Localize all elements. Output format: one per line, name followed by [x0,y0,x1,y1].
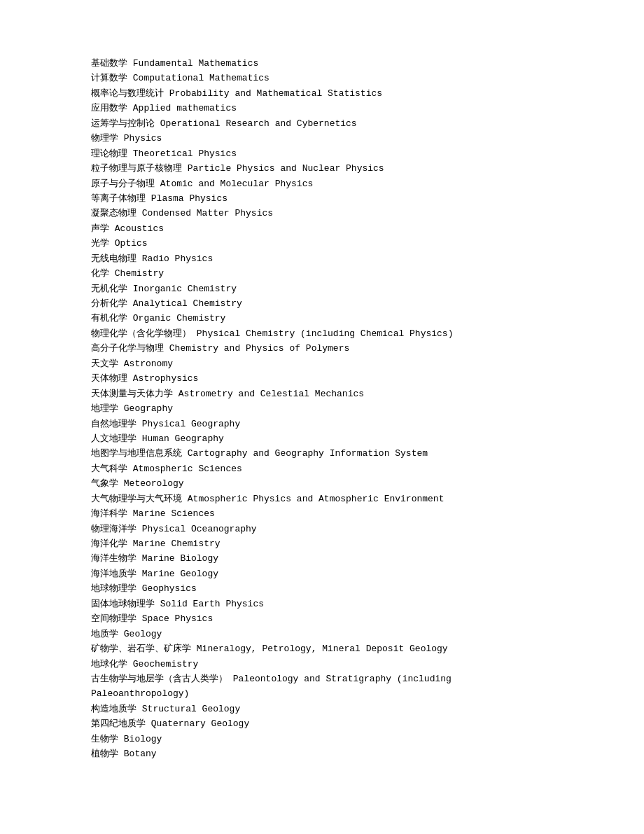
list-item: 气象学 Meteorology [91,476,553,491]
list-item: 海洋科学 Marine Sciences [91,506,553,521]
list-item: 构造地质学 Structural Geology [91,702,553,716]
list-item: 天体测量与天体力学 Astrometry and Celestial Mecha… [91,387,553,401]
list-item: 无线电物理 Radio Physics [91,251,553,266]
list-item: 物理化学（含化学物理） Physical Chemistry (includin… [91,326,553,341]
list-item: 海洋生物学 Marine Biology [91,551,553,566]
list-item: 矿物学、岩石学、矿床学 Mineralogy, Petrology, Miner… [91,641,553,656]
list-item: 大气科学 Atmospheric Sciences [91,461,553,476]
list-item: 地图学与地理信息系统 Cartography and Geography Inf… [91,446,553,461]
list-item: 有机化学 Organic Chemistry [91,311,553,326]
list-item: 物理海洋学 Physical Oceanography [91,522,553,536]
list-item: 声学 Acoustics [91,221,553,236]
list-item: 天文学 Astronomy [91,356,553,371]
list-item: 高分子化学与物理 Chemistry and Physics of Polyme… [91,341,553,356]
list-item: 人文地理学 Human Geography [91,431,553,446]
list-item: 运筹学与控制论 Operational Research and Cyberne… [91,116,553,131]
list-item: 空间物理学 Space Physics [91,611,553,626]
content-area: 基础数学 Fundamental Mathematics计算数学 Computa… [91,56,553,762]
list-item: 基础数学 Fundamental Mathematics [91,56,553,71]
list-item: 海洋地质学 Marine Geology [91,567,553,581]
list-item: 凝聚态物理 Condensed Matter Physics [91,206,553,221]
list-item: 地理学 Geography [91,401,553,416]
list-item: 原子与分子物理 Atomic and Molecular Physics [91,176,553,191]
list-item: 分析化学 Analytical Chemistry [91,296,553,311]
list-item: 等离子体物理 Plasma Physics [91,191,553,206]
list-item: 第四纪地质学 Quaternary Geology [91,716,553,731]
list-item: 物理学 Physics [91,131,553,146]
list-item: 化学 Chemistry [91,266,553,281]
list-item: 古生物学与地层学（含古人类学） Paleontology and Stratig… [91,672,553,702]
list-item: 植物学 Botany [91,746,553,761]
list-item: 地球化学 Geochemistry [91,657,553,672]
list-item: 生物学 Biology [91,732,553,746]
list-item: 大气物理学与大气环境 Atmospheric Physics and Atmos… [91,492,553,506]
list-item: 应用数学 Applied mathematics [91,101,553,116]
list-item: 固体地球物理学 Solid Earth Physics [91,597,553,611]
list-item: 光学 Optics [91,236,553,251]
list-item: 海洋化学 Marine Chemistry [91,536,553,551]
list-item: 地球物理学 Geophysics [91,581,553,596]
list-item: 理论物理 Theoretical Physics [91,146,553,161]
list-item: 天体物理 Astrophysics [91,371,553,386]
list-item: 无机化学 Inorganic Chemistry [91,282,553,296]
list-item: 地质学 Geology [91,627,553,641]
list-item: 自然地理学 Physical Geography [91,417,553,431]
list-item: 粒子物理与原子核物理 Particle Physics and Nuclear … [91,161,553,176]
list-item: 计算数学 Computational Mathematics [91,71,553,85]
list-item: 概率论与数理统计 Probability and Mathematical St… [91,86,553,101]
